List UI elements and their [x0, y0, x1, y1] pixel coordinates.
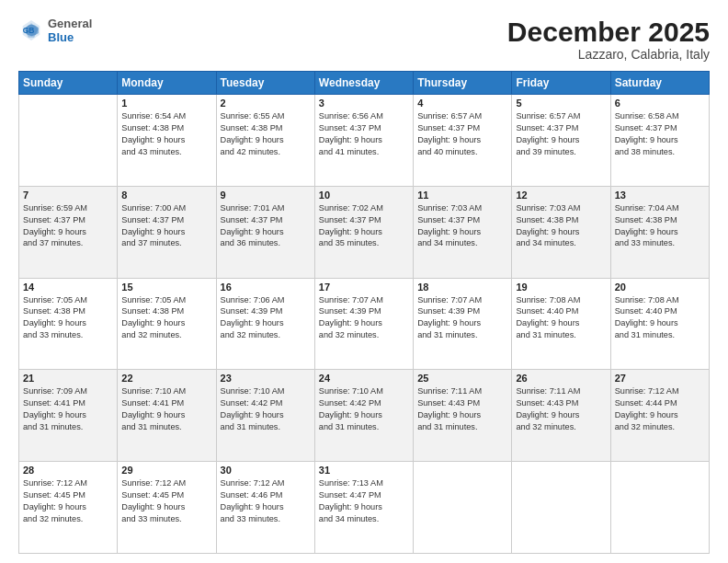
day-number: 14 — [23, 282, 113, 293]
day-number: 11 — [417, 190, 507, 201]
cell-details: Sunrise: 7:07 AM Sunset: 4:39 PM Dayligh… — [417, 294, 507, 342]
cell-details: Sunrise: 7:12 AM Sunset: 4:45 PM Dayligh… — [23, 477, 113, 525]
calendar-cell: 6Sunrise: 6:58 AM Sunset: 4:37 PM Daylig… — [610, 95, 709, 187]
cell-details: Sunrise: 7:03 AM Sunset: 4:38 PM Dayligh… — [516, 202, 606, 250]
calendar-cell: 23Sunrise: 7:10 AM Sunset: 4:42 PM Dayli… — [216, 370, 314, 462]
calendar-cell: 27Sunrise: 7:12 AM Sunset: 4:44 PM Dayli… — [610, 370, 709, 462]
weekday-header-friday: Friday — [512, 72, 610, 95]
day-number: 13 — [615, 190, 705, 201]
cell-details: Sunrise: 6:55 AM Sunset: 4:38 PM Dayligh… — [221, 110, 311, 158]
weekday-header-sunday: Sunday — [19, 72, 118, 95]
calendar-cell — [610, 462, 709, 554]
cell-details: Sunrise: 7:10 AM Sunset: 4:41 PM Dayligh… — [121, 385, 211, 433]
day-number: 21 — [23, 373, 113, 384]
calendar-cell: 19Sunrise: 7:08 AM Sunset: 4:40 PM Dayli… — [512, 278, 610, 370]
cell-details: Sunrise: 7:02 AM Sunset: 4:37 PM Dayligh… — [319, 202, 409, 250]
calendar-cell: 18Sunrise: 7:07 AM Sunset: 4:39 PM Dayli… — [414, 278, 512, 370]
cell-details: Sunrise: 7:06 AM Sunset: 4:39 PM Dayligh… — [221, 294, 311, 342]
svg-text:GB: GB — [23, 26, 35, 35]
day-number: 8 — [121, 190, 211, 201]
cell-details: Sunrise: 7:05 AM Sunset: 4:38 PM Dayligh… — [23, 294, 113, 342]
cell-details: Sunrise: 7:08 AM Sunset: 4:40 PM Dayligh… — [516, 294, 606, 342]
day-number: 4 — [417, 98, 507, 109]
calendar-cell: 8Sunrise: 7:00 AM Sunset: 4:37 PM Daylig… — [118, 186, 216, 278]
page: GB General Blue December 2025 Lazzaro, C… — [0, 0, 728, 563]
day-number: 17 — [319, 282, 409, 293]
day-number: 30 — [221, 465, 311, 476]
calendar-cell: 20Sunrise: 7:08 AM Sunset: 4:40 PM Dayli… — [610, 278, 709, 370]
week-row-2: 7Sunrise: 6:59 AM Sunset: 4:37 PM Daylig… — [19, 186, 710, 278]
calendar-cell — [19, 95, 118, 187]
weekday-header-monday: Monday — [118, 72, 216, 95]
cell-details: Sunrise: 6:57 AM Sunset: 4:37 PM Dayligh… — [417, 110, 507, 158]
cell-details: Sunrise: 7:01 AM Sunset: 4:37 PM Dayligh… — [221, 202, 311, 250]
day-number: 9 — [221, 190, 311, 201]
month-title: December 2025 — [507, 17, 710, 47]
cell-details: Sunrise: 7:13 AM Sunset: 4:47 PM Dayligh… — [319, 477, 409, 525]
logo: GB General Blue — [18, 17, 92, 44]
day-number: 28 — [23, 465, 113, 476]
day-number: 1 — [121, 98, 211, 109]
day-number: 2 — [221, 98, 311, 109]
logo-icon: GB — [18, 17, 44, 43]
day-number: 22 — [121, 373, 211, 384]
day-number: 23 — [221, 373, 311, 384]
location: Lazzaro, Calabria, Italy — [507, 47, 710, 62]
calendar-cell: 25Sunrise: 7:11 AM Sunset: 4:43 PM Dayli… — [414, 370, 512, 462]
calendar-cell: 22Sunrise: 7:10 AM Sunset: 4:41 PM Dayli… — [118, 370, 216, 462]
day-number: 26 — [516, 373, 606, 384]
cell-details: Sunrise: 7:00 AM Sunset: 4:37 PM Dayligh… — [121, 202, 211, 250]
calendar-cell: 29Sunrise: 7:12 AM Sunset: 4:45 PM Dayli… — [118, 462, 216, 554]
weekday-header-row: SundayMondayTuesdayWednesdayThursdayFrid… — [19, 72, 710, 95]
day-number: 12 — [516, 190, 606, 201]
header: GB General Blue December 2025 Lazzaro, C… — [18, 17, 710, 62]
calendar-cell — [414, 462, 512, 554]
cell-details: Sunrise: 7:12 AM Sunset: 4:46 PM Dayligh… — [221, 477, 311, 525]
cell-details: Sunrise: 7:07 AM Sunset: 4:39 PM Dayligh… — [319, 294, 409, 342]
calendar-cell: 13Sunrise: 7:04 AM Sunset: 4:38 PM Dayli… — [610, 186, 709, 278]
calendar-cell: 12Sunrise: 7:03 AM Sunset: 4:38 PM Dayli… — [512, 186, 610, 278]
week-row-4: 21Sunrise: 7:09 AM Sunset: 4:41 PM Dayli… — [19, 370, 710, 462]
calendar-cell — [512, 462, 610, 554]
day-number: 24 — [319, 373, 409, 384]
day-number: 15 — [121, 282, 211, 293]
day-number: 31 — [319, 465, 409, 476]
day-number: 18 — [417, 282, 507, 293]
day-number: 25 — [417, 373, 507, 384]
day-number: 6 — [615, 98, 705, 109]
cell-details: Sunrise: 7:11 AM Sunset: 4:43 PM Dayligh… — [516, 385, 606, 433]
calendar-cell: 9Sunrise: 7:01 AM Sunset: 4:37 PM Daylig… — [216, 186, 314, 278]
calendar-cell: 10Sunrise: 7:02 AM Sunset: 4:37 PM Dayli… — [314, 186, 413, 278]
cell-details: Sunrise: 7:12 AM Sunset: 4:44 PM Dayligh… — [615, 385, 705, 433]
weekday-header-wednesday: Wednesday — [314, 72, 413, 95]
calendar-cell: 17Sunrise: 7:07 AM Sunset: 4:39 PM Dayli… — [314, 278, 413, 370]
cell-details: Sunrise: 7:03 AM Sunset: 4:37 PM Dayligh… — [417, 202, 507, 250]
cell-details: Sunrise: 7:09 AM Sunset: 4:41 PM Dayligh… — [23, 385, 113, 433]
weekday-header-tuesday: Tuesday — [216, 72, 314, 95]
day-number: 16 — [221, 282, 311, 293]
weekday-header-saturday: Saturday — [610, 72, 709, 95]
day-number: 19 — [516, 282, 606, 293]
day-number: 7 — [23, 190, 113, 201]
week-row-5: 28Sunrise: 7:12 AM Sunset: 4:45 PM Dayli… — [19, 462, 710, 554]
day-number: 29 — [121, 465, 211, 476]
calendar-cell: 1Sunrise: 6:54 AM Sunset: 4:38 PM Daylig… — [118, 95, 216, 187]
cell-details: Sunrise: 7:08 AM Sunset: 4:40 PM Dayligh… — [615, 294, 705, 342]
logo-blue-text: Blue — [48, 30, 92, 44]
calendar-cell: 11Sunrise: 7:03 AM Sunset: 4:37 PM Dayli… — [414, 186, 512, 278]
calendar-cell: 15Sunrise: 7:05 AM Sunset: 4:38 PM Dayli… — [118, 278, 216, 370]
cell-details: Sunrise: 6:59 AM Sunset: 4:37 PM Dayligh… — [23, 202, 113, 250]
weekday-header-thursday: Thursday — [414, 72, 512, 95]
calendar-table: SundayMondayTuesdayWednesdayThursdayFrid… — [18, 71, 710, 554]
cell-details: Sunrise: 6:57 AM Sunset: 4:37 PM Dayligh… — [516, 110, 606, 158]
cell-details: Sunrise: 7:12 AM Sunset: 4:45 PM Dayligh… — [121, 477, 211, 525]
logo-text: General Blue — [48, 17, 92, 44]
day-number: 10 — [319, 190, 409, 201]
cell-details: Sunrise: 6:54 AM Sunset: 4:38 PM Dayligh… — [121, 110, 211, 158]
calendar-cell: 30Sunrise: 7:12 AM Sunset: 4:46 PM Dayli… — [216, 462, 314, 554]
week-row-1: 1Sunrise: 6:54 AM Sunset: 4:38 PM Daylig… — [19, 95, 710, 187]
cell-details: Sunrise: 7:11 AM Sunset: 4:43 PM Dayligh… — [417, 385, 507, 433]
cell-details: Sunrise: 7:04 AM Sunset: 4:38 PM Dayligh… — [615, 202, 705, 250]
calendar-cell: 26Sunrise: 7:11 AM Sunset: 4:43 PM Dayli… — [512, 370, 610, 462]
logo-general-text: General — [48, 17, 92, 30]
